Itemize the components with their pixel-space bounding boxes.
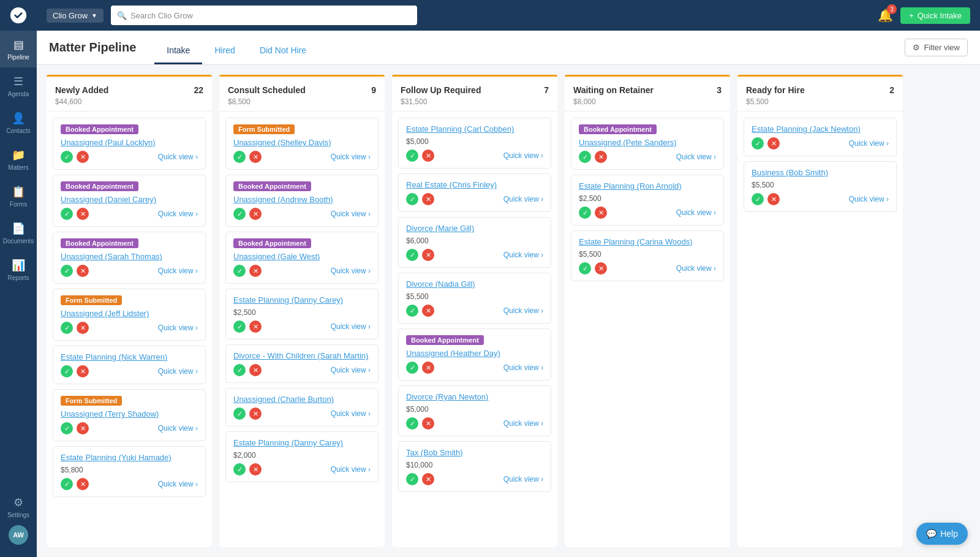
quick-view-link[interactable]: Quick view ›	[503, 363, 543, 372]
reject-icon[interactable]: ✕	[422, 249, 434, 261]
quick-view-link[interactable]: Quick view ›	[676, 208, 716, 217]
quick-view-link[interactable]: Quick view ›	[331, 210, 371, 218]
quick-view-link[interactable]: Quick view ›	[503, 419, 543, 428]
search-bar[interactable]: 🔍 Search Clio Grow	[111, 6, 417, 25]
card-name[interactable]: Unassigned (Pete Sanders)	[579, 138, 716, 147]
quick-view-link[interactable]: Quick view ›	[503, 151, 543, 160]
quick-view-link[interactable]: Quick view ›	[331, 465, 371, 474]
card-name[interactable]: Divorce (Nadia Gill)	[406, 279, 543, 289]
reject-icon[interactable]: ✕	[77, 422, 89, 434]
reject-icon[interactable]: ✕	[595, 262, 607, 275]
app-selector[interactable]: Clio Grow ▼	[47, 9, 104, 23]
card-name[interactable]: Tax (Bob Smith)	[406, 448, 543, 457]
card-name[interactable]: Real Estate (Chris Finley)	[406, 180, 543, 189]
reject-icon[interactable]: ✕	[422, 417, 434, 430]
reject-icon[interactable]: ✕	[77, 265, 89, 277]
card-name[interactable]: Unassigned (Terry Shadow)	[61, 409, 198, 419]
approve-icon[interactable]: ✓	[233, 208, 246, 220]
quick-view-link[interactable]: Quick view ›	[676, 264, 716, 273]
quick-view-link[interactable]: Quick view ›	[158, 424, 198, 433]
card-name[interactable]: Unassigned (Charlie Burton)	[233, 395, 371, 404]
approve-icon[interactable]: ✓	[233, 364, 246, 376]
reject-icon[interactable]: ✕	[249, 208, 262, 220]
card-name[interactable]: Divorce (Marie Gill)	[406, 224, 543, 233]
card-name[interactable]: Estate Planning (Jack Newton)	[752, 124, 889, 134]
app-logo[interactable]	[0, 0, 37, 31]
quick-view-link[interactable]: Quick view ›	[503, 195, 543, 203]
quick-view-link[interactable]: Quick view ›	[158, 267, 198, 275]
reject-icon[interactable]: ✕	[77, 365, 89, 377]
sidebar-item-pipeline[interactable]: ▤ Pipeline	[0, 31, 37, 67]
reject-icon[interactable]: ✕	[422, 305, 434, 317]
card-name[interactable]: Business (Bob Smith)	[752, 168, 889, 177]
approve-icon[interactable]: ✓	[406, 473, 418, 485]
quick-view-link[interactable]: Quick view ›	[676, 153, 716, 161]
card-name[interactable]: Unassigned (Sarah Thomas)	[61, 252, 198, 261]
tab-hired[interactable]: Hired	[202, 38, 247, 64]
approve-icon[interactable]: ✓	[61, 422, 73, 434]
quick-view-link[interactable]: Quick view ›	[158, 210, 198, 218]
card-name[interactable]: Unassigned (Daniel Carey)	[61, 195, 198, 204]
reject-icon[interactable]: ✕	[422, 193, 434, 205]
reject-icon[interactable]: ✕	[77, 208, 89, 220]
sidebar-item-settings[interactable]: ⚙ Settings	[0, 488, 37, 525]
notification-button[interactable]: 🔔 3	[878, 8, 893, 23]
approve-icon[interactable]: ✓	[406, 362, 418, 374]
card-name[interactable]: Estate Planning (Ron Arnold)	[579, 181, 716, 191]
reject-icon[interactable]: ✕	[595, 207, 607, 219]
approve-icon[interactable]: ✓	[61, 208, 73, 220]
filter-view-button[interactable]: ⚙ Filter view	[905, 39, 968, 56]
avatar[interactable]: AW	[9, 525, 28, 545]
approve-icon[interactable]: ✓	[61, 478, 73, 490]
sidebar-item-reports[interactable]: 📊 Reports	[0, 251, 37, 288]
card-name[interactable]: Divorce (Ryan Newton)	[406, 392, 543, 401]
reject-icon[interactable]: ✕	[767, 193, 780, 205]
sidebar-item-documents[interactable]: 📄 Documents	[0, 214, 37, 251]
quick-view-link[interactable]: Quick view ›	[331, 366, 371, 374]
card-name[interactable]: Unassigned (Paul Locklyn)	[61, 138, 198, 147]
quick-view-link[interactable]: Quick view ›	[331, 153, 371, 161]
tab-did-not-hire[interactable]: Did Not Hire	[247, 38, 318, 64]
reject-icon[interactable]: ✕	[422, 150, 434, 162]
card-name[interactable]: Estate Planning (Danny Carey)	[233, 295, 371, 305]
quick-view-link[interactable]: Quick view ›	[849, 139, 889, 148]
card-name[interactable]: Estate Planning (Carina Woods)	[579, 237, 716, 246]
approve-icon[interactable]: ✓	[406, 305, 418, 317]
approve-icon[interactable]: ✓	[233, 463, 246, 476]
card-name[interactable]: Estate Planning (Yuki Hamade)	[61, 453, 198, 462]
approve-icon[interactable]: ✓	[233, 151, 246, 163]
approve-icon[interactable]: ✓	[61, 151, 73, 163]
reject-icon[interactable]: ✕	[249, 151, 262, 163]
sidebar-item-agenda[interactable]: ☰ Agenda	[0, 67, 37, 104]
reject-icon[interactable]: ✕	[77, 151, 89, 163]
card-name[interactable]: Estate Planning (Carl Cobben)	[406, 124, 543, 134]
quick-view-link[interactable]: Quick view ›	[503, 475, 543, 483]
quick-intake-button[interactable]: + Quick Intake	[900, 7, 970, 24]
reject-icon[interactable]: ✕	[422, 362, 434, 374]
approve-icon[interactable]: ✓	[579, 262, 591, 275]
quick-view-link[interactable]: Quick view ›	[331, 267, 371, 275]
sidebar-item-forms[interactable]: 📋 Forms	[0, 178, 37, 214]
approve-icon[interactable]: ✓	[61, 265, 73, 277]
quick-view-link[interactable]: Quick view ›	[158, 367, 198, 376]
approve-icon[interactable]: ✓	[752, 137, 764, 150]
reject-icon[interactable]: ✕	[249, 364, 262, 376]
card-name[interactable]: Unassigned (Heather Day)	[406, 349, 543, 358]
quick-view-link[interactable]: Quick view ›	[849, 195, 889, 203]
quick-view-link[interactable]: Quick view ›	[158, 324, 198, 332]
sidebar-item-matters[interactable]: 📁 Matters	[0, 141, 37, 178]
quick-view-link[interactable]: Quick view ›	[331, 322, 371, 331]
quick-view-link[interactable]: Quick view ›	[503, 306, 543, 315]
approve-icon[interactable]: ✓	[406, 249, 418, 261]
approve-icon[interactable]: ✓	[233, 407, 246, 420]
approve-icon[interactable]: ✓	[752, 193, 764, 205]
card-name[interactable]: Estate Planning (Nick Warren)	[61, 352, 198, 362]
card-name[interactable]: Unassigned (Gale West)	[233, 252, 371, 261]
quick-view-link[interactable]: Quick view ›	[158, 153, 198, 161]
help-button[interactable]: 💬 Help	[916, 523, 968, 545]
approve-icon[interactable]: ✓	[579, 151, 591, 163]
quick-view-link[interactable]: Quick view ›	[331, 409, 371, 418]
approve-icon[interactable]: ✓	[579, 207, 591, 219]
quick-view-link[interactable]: Quick view ›	[503, 251, 543, 259]
approve-icon[interactable]: ✓	[233, 265, 246, 277]
